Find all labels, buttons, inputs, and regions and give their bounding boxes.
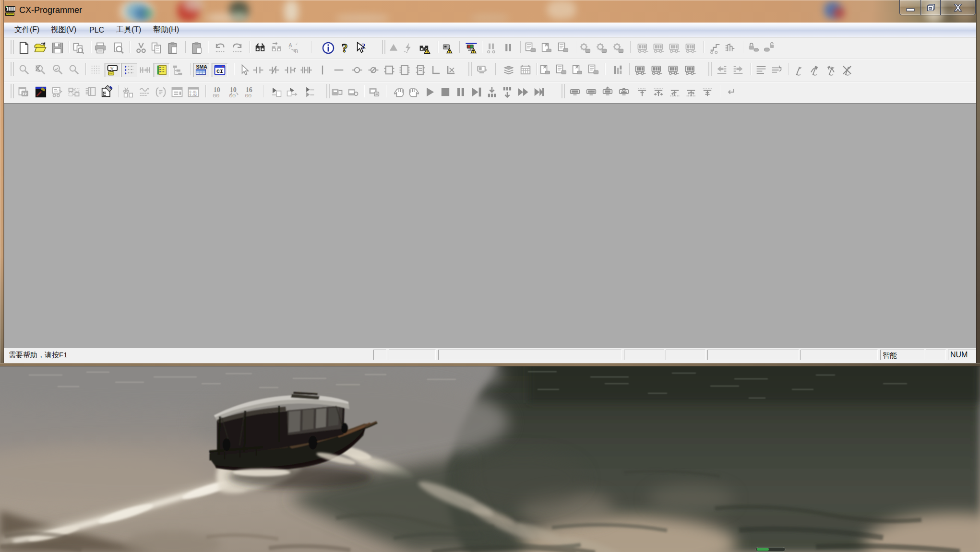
svg-text:0.02: 0.02 xyxy=(190,94,197,97)
svg-text:A: A xyxy=(289,42,292,48)
svg-text:10: 10 xyxy=(214,86,220,94)
svg-text:w: w xyxy=(110,66,113,70)
svg-text:SMA: SMA xyxy=(196,64,208,70)
svg-text:ʘʘ: ʘʘ xyxy=(229,94,236,98)
svg-text:10: 10 xyxy=(230,86,237,94)
svg-text:16: 16 xyxy=(246,86,252,94)
svg-text:?: ? xyxy=(361,41,366,51)
svg-text:?: ? xyxy=(342,41,348,55)
svg-text:ʘʘ: ʘʘ xyxy=(213,94,220,98)
svg-text:CI: CI xyxy=(216,68,223,75)
svg-text:ʘʘ: ʘʘ xyxy=(245,94,252,98)
